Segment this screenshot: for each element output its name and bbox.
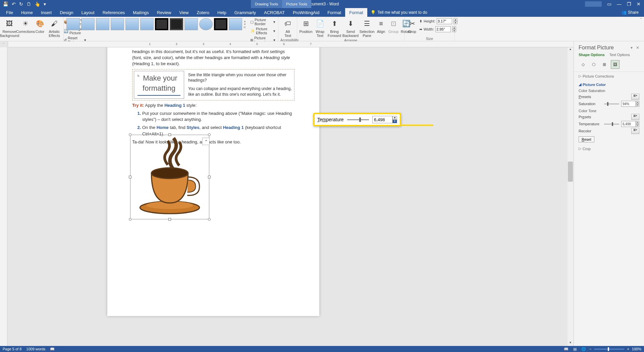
page-status[interactable]: Page 5 of 8: [3, 347, 21, 351]
resize-handle[interactable]: [129, 176, 131, 178]
gallery-up-icon[interactable]: ▲: [244, 20, 246, 23]
tab-home[interactable]: Home: [17, 8, 37, 17]
layout-options-button[interactable]: ⌃: [202, 138, 210, 145]
picture-color-header[interactable]: ◢ Picture Color: [579, 82, 639, 87]
zoom-out-icon[interactable]: −: [589, 347, 591, 351]
tab-references[interactable]: References: [99, 8, 129, 17]
tab-acrobat[interactable]: ACROBAT: [260, 8, 289, 17]
save-icon[interactable]: 💾: [3, 1, 8, 7]
crop-section-header[interactable]: ▷ Crop: [579, 146, 639, 151]
resize-handle[interactable]: [208, 176, 211, 178]
corrections-button[interactable]: ☀ Corrections: [18, 17, 33, 34]
redo-icon[interactable]: ↻: [19, 1, 23, 7]
tab-file[interactable]: File: [2, 8, 17, 17]
width-input[interactable]: [435, 26, 451, 32]
heading-left-cell[interactable]: ◣ Make yourformatting: [134, 71, 184, 99]
tryit-para[interactable]: Try it: Apply the Heading 1 style:: [132, 102, 294, 108]
height-up[interactable]: ▲: [453, 18, 458, 21]
para-1[interactable]: headings in this document, but it's not …: [132, 49, 294, 67]
style-thumb-7[interactable]: [155, 18, 168, 30]
zoom-level[interactable]: 100%: [632, 347, 641, 351]
alt-text-button[interactable]: 🏷 Alt Text: [280, 17, 295, 38]
tab-mailings[interactable]: Mailings: [129, 8, 153, 17]
height-down[interactable]: ▼: [453, 21, 458, 24]
share-button[interactable]: 👥 Share: [622, 10, 642, 15]
resize-handle[interactable]: [168, 218, 171, 221]
style-thumb-8[interactable]: [170, 18, 183, 30]
web-layout-icon[interactable]: 🌐: [581, 347, 587, 351]
callout-spin-down[interactable]: ▼: [392, 120, 397, 123]
send-backward-button[interactable]: ⬇Send Backward: [343, 17, 358, 38]
tab-help[interactable]: Help: [213, 8, 230, 17]
position-button[interactable]: ⊞Position: [299, 17, 313, 34]
style-thumb-1[interactable]: [66, 18, 80, 30]
gallery-more-icon[interactable]: ⊟: [244, 26, 246, 29]
resize-handle[interactable]: [208, 218, 211, 221]
word-count[interactable]: 1009 words: [26, 347, 45, 351]
tab-format-drawing[interactable]: Format: [323, 8, 345, 17]
drawing-tools-tab[interactable]: Drawing Tools: [251, 0, 282, 8]
callout-slider[interactable]: [347, 119, 369, 120]
resize-handle[interactable]: [208, 133, 211, 136]
picture-border-button[interactable]: ▢Picture Border ▾: [250, 17, 276, 26]
step-1[interactable]: Put your cursor somewhere in the heading…: [142, 111, 294, 123]
style-thumb-9[interactable]: [184, 18, 198, 30]
width-down[interactable]: ▼: [452, 29, 456, 32]
effects-tab-icon[interactable]: ⬠: [589, 60, 598, 69]
resize-handle[interactable]: [168, 133, 171, 136]
picture-tab-icon[interactable]: 🖼: [611, 60, 620, 69]
tab-format-picture[interactable]: Format: [345, 8, 367, 17]
resize-handle[interactable]: [129, 133, 131, 136]
height-input[interactable]: [437, 18, 452, 24]
saturation-up[interactable]: ▲: [636, 101, 639, 104]
artistic-effects-button[interactable]: 🖌 Artistic Effects: [47, 17, 62, 38]
new-doc-icon[interactable]: 🗋: [26, 1, 31, 7]
wrap-text-button[interactable]: 📄Wrap Text: [314, 17, 326, 38]
selection-pane-button[interactable]: ☰Selection Pane: [360, 17, 374, 38]
fill-line-icon[interactable]: ◇: [579, 60, 587, 69]
scroll-up-icon[interactable]: ▲: [568, 47, 573, 52]
style-thumb-2[interactable]: [81, 18, 95, 30]
tab-layout[interactable]: Layout: [77, 8, 99, 17]
qat-customize-icon[interactable]: ▾: [44, 1, 46, 7]
undo-icon[interactable]: ↶: [12, 1, 16, 7]
collapse-ribbon-icon[interactable]: ˆ: [638, 17, 644, 41]
align-button[interactable]: ≡Align: [376, 17, 386, 34]
callout-value[interactable]: 6,498: [372, 116, 392, 123]
temperature-up[interactable]: ▲: [636, 121, 639, 124]
tone-presets-button[interactable]: ▦▾: [631, 114, 639, 120]
tab-insert[interactable]: Insert: [37, 8, 56, 17]
style-thumb-12[interactable]: [229, 18, 242, 30]
print-layout-icon[interactable]: ▤: [572, 347, 578, 351]
zoom-slider[interactable]: [594, 349, 624, 350]
saturation-value[interactable]: 94%: [621, 101, 636, 107]
style-thumb-5[interactable]: [125, 18, 139, 30]
pane-close-icon[interactable]: ✕: [636, 45, 639, 50]
read-mode-icon[interactable]: 📖: [563, 347, 569, 351]
saturation-slider[interactable]: [604, 103, 619, 104]
tab-review[interactable]: Review: [153, 8, 175, 17]
touch-mode-icon[interactable]: 👆: [35, 1, 40, 7]
user-account[interactable]: [585, 1, 602, 7]
picture-effects-button[interactable]: ✨Picture Effects ▾: [250, 27, 276, 35]
tab-prowritingaid[interactable]: ProWritingAid: [289, 8, 323, 17]
reset-button[interactable]: Reset: [579, 136, 594, 142]
style-thumb-6[interactable]: [140, 18, 154, 30]
text-options-tab[interactable]: Text Options: [609, 53, 630, 57]
spelling-icon[interactable]: 📖: [50, 347, 55, 351]
selected-picture[interactable]: ⌃: [130, 135, 209, 219]
group-button[interactable]: ⊡Group: [388, 17, 399, 34]
zoom-in-icon[interactable]: +: [627, 347, 629, 351]
heading-right-cell[interactable]: See the little triangle when you mouse o…: [188, 71, 293, 99]
scrollbar-thumb[interactable]: [568, 162, 573, 182]
temperature-down[interactable]: ▼: [636, 124, 639, 127]
resize-handle[interactable]: [129, 218, 131, 221]
picture-corrections-header[interactable]: ▷ Picture Corrections: [579, 74, 639, 78]
bring-forward-button[interactable]: ⬆Bring Forward: [327, 17, 341, 38]
color-button[interactable]: 🎨 Color: [34, 17, 46, 34]
shape-options-tab[interactable]: Shape Options: [579, 53, 605, 57]
style-thumb-3[interactable]: [96, 18, 109, 30]
collapse-triangle-icon[interactable]: ◣: [138, 73, 140, 78]
picture-styles-gallery[interactable]: ▲ ▼ ⊟: [66, 17, 247, 31]
style-thumb-11[interactable]: [214, 18, 227, 30]
